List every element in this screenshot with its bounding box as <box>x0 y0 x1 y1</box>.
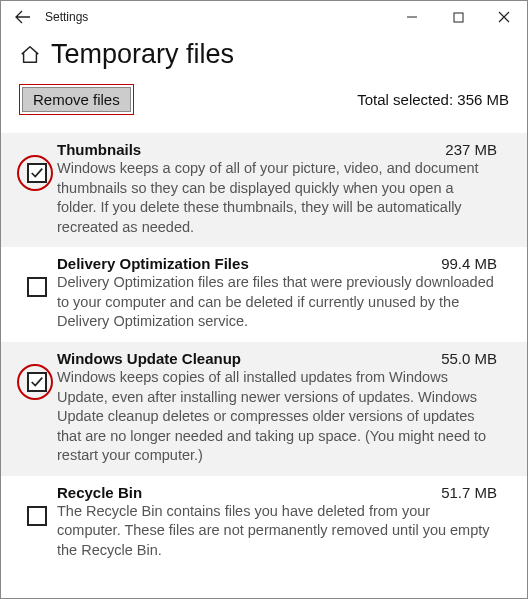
minimize-icon <box>406 11 418 23</box>
item-text: Thumbnails237 MBWindows keeps a copy of … <box>57 141 497 237</box>
checkbox[interactable] <box>27 277 47 297</box>
file-category-list: Thumbnails237 MBWindows keeps a copy of … <box>1 133 527 570</box>
item-size: 99.4 MB <box>441 255 497 272</box>
checkbox[interactable] <box>27 506 47 526</box>
back-button[interactable] <box>9 3 37 31</box>
checkbox-column <box>17 350 57 466</box>
item-description: Windows keeps copies of all installed up… <box>57 367 497 466</box>
title-bar: Settings <box>1 1 527 33</box>
minimize-button[interactable] <box>389 2 435 32</box>
svg-rect-0 <box>454 13 463 22</box>
item-title: Delivery Optimization Files <box>57 255 249 272</box>
list-item[interactable]: Recycle Bin51.7 MBThe Recycle Bin contai… <box>1 476 527 571</box>
back-arrow-icon <box>15 9 31 25</box>
item-size: 237 MB <box>445 141 497 158</box>
item-title: Thumbnails <box>57 141 141 158</box>
item-description: Delivery Optimization files are files th… <box>57 272 497 332</box>
page-title: Temporary files <box>51 39 234 70</box>
item-title: Recycle Bin <box>57 484 142 501</box>
item-text: Windows Update Cleanup55.0 MBWindows kee… <box>57 350 497 466</box>
item-text: Delivery Optimization Files99.4 MBDelive… <box>57 255 497 332</box>
checkbox[interactable] <box>27 163 47 183</box>
total-selected-label: Total selected: 356 MB <box>357 91 509 108</box>
remove-button-highlight: Remove files <box>19 84 134 115</box>
page-header: Temporary files <box>1 33 527 78</box>
checkbox-column <box>17 255 57 332</box>
item-size: 51.7 MB <box>441 484 497 501</box>
checkbox-column <box>17 141 57 237</box>
remove-files-button[interactable]: Remove files <box>22 87 131 112</box>
list-item[interactable]: Delivery Optimization Files99.4 MBDelive… <box>1 247 527 342</box>
item-title: Windows Update Cleanup <box>57 350 241 367</box>
home-icon[interactable] <box>19 44 41 70</box>
action-row: Remove files Total selected: 356 MB <box>1 78 527 133</box>
checkbox[interactable] <box>27 372 47 392</box>
close-icon <box>498 11 510 23</box>
maximize-button[interactable] <box>435 2 481 32</box>
list-item[interactable]: Windows Update Cleanup55.0 MBWindows kee… <box>1 342 527 476</box>
item-text: Recycle Bin51.7 MBThe Recycle Bin contai… <box>57 484 497 561</box>
item-description: The Recycle Bin contains files you have … <box>57 501 497 561</box>
list-item[interactable]: Thumbnails237 MBWindows keeps a copy of … <box>1 133 527 247</box>
checkbox-column <box>17 484 57 561</box>
close-button[interactable] <box>481 2 527 32</box>
window-title: Settings <box>37 10 88 24</box>
maximize-icon <box>453 12 464 23</box>
item-size: 55.0 MB <box>441 350 497 367</box>
item-description: Windows keeps a copy of all of your pict… <box>57 158 497 237</box>
